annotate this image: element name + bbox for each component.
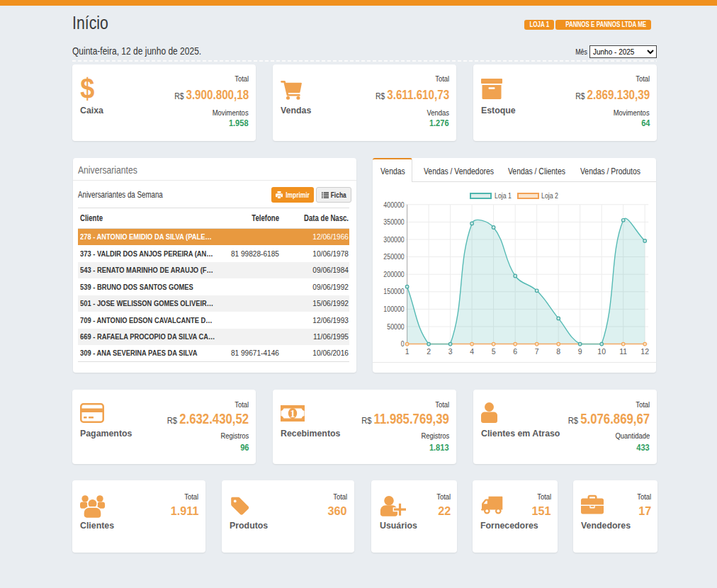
svg-text:1: 1 — [290, 408, 295, 419]
